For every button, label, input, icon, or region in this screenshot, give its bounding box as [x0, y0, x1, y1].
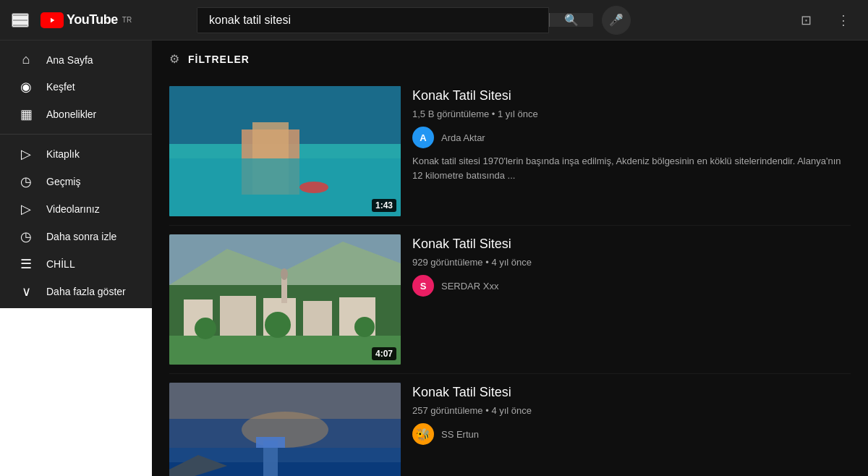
video-item-3[interactable]: 4:26 Konak Tatil Sitesi 257 görüntüleme …	[169, 374, 851, 476]
header-left: YouTubeTR	[12, 12, 185, 28]
sidebar-item-kesfet[interactable]: ◉ Keşfet	[3, 73, 149, 101]
sidebar-item-chill[interactable]: ☰ CHİLL	[3, 250, 149, 278]
svg-point-21	[281, 268, 288, 280]
video-title-1[interactable]: Konak Tatil Sitesi	[412, 88, 851, 104]
video-channel-2[interactable]: S SERDAR Xxx	[412, 275, 851, 297]
watch-later-icon: ◷	[17, 229, 35, 245]
explore-icon: ◉	[17, 79, 35, 95]
search-button[interactable]: 🔍	[549, 13, 593, 27]
thumbnail-image-3	[169, 383, 401, 476]
video-thumbnail-3[interactable]: 4:26	[169, 383, 401, 476]
history-icon: ◷	[17, 174, 35, 190]
channel-initial-3: 🐝	[416, 428, 430, 441]
svg-marker-0	[51, 17, 54, 22]
sidebar-thumbnail	[0, 308, 152, 476]
sidebar-label-more: Daha fazla göster	[46, 286, 126, 297]
youtube-logo-icon	[41, 12, 64, 28]
sidebar-label-chill: CHİLL	[46, 258, 75, 270]
main-layout: ⌂ Ana Sayfa ◉ Keşfet ▦ Abonelikler ▷ Kit…	[0, 41, 868, 476]
sidebar-item-gecmis[interactable]: ◷ Geçmiş	[3, 168, 149, 195]
sidebar-item-kitaplik[interactable]: ▷ Kitaplık	[3, 140, 149, 168]
logo-text: YouTube	[67, 12, 118, 27]
video-time-1: 1 yıl önce	[498, 109, 538, 119]
hamburger-menu-button[interactable]	[12, 13, 29, 27]
search-container: 🔍 🎤	[197, 6, 631, 35]
chevron-down-icon: ∨	[17, 284, 35, 299]
channel-avatar-2: S	[412, 275, 434, 297]
channel-initial-1: A	[420, 132, 426, 143]
video-duration-1: 1:43	[372, 199, 396, 212]
cast-button[interactable]: ⊡	[793, 7, 819, 33]
svg-point-19	[354, 317, 375, 337]
sidebar-item-daha-sonra[interactable]: ◷ Daha sonra izle	[3, 223, 149, 250]
svg-point-17	[195, 318, 216, 339]
video-channel-1[interactable]: A Arda Aktar	[412, 127, 851, 148]
chill-icon: ☰	[17, 256, 35, 272]
video-title-2[interactable]: Konak Tatil Sitesi	[412, 236, 851, 252]
video-list: 1:43 Konak Tatil Sitesi 1,5 B görüntülem…	[169, 77, 851, 476]
header: YouTubeTR 🔍 🎤 ⊡ ⋮	[0, 0, 868, 41]
svg-rect-16	[169, 336, 401, 365]
video-time-2: 4 yıl önce	[491, 257, 532, 268]
play-icon	[46, 14, 58, 26]
video-item-2[interactable]: 4:07 Konak Tatil Sitesi 929 görüntüleme …	[169, 226, 851, 374]
sidebar-item-abonelikler[interactable]: ▦ Abonelikler	[3, 101, 149, 128]
filters-bar: ⚙ FİLTRELER	[169, 52, 851, 66]
header-right: ⊡ ⋮	[793, 7, 856, 33]
video-duration-2: 4:07	[372, 347, 396, 360]
channel-avatar-3: 🐝	[412, 423, 434, 445]
video-thumbnail-1[interactable]: 1:43	[169, 86, 401, 216]
channel-name-3: SS Ertun	[441, 429, 479, 440]
channel-name-1: Arda Aktar	[441, 132, 485, 143]
video-views-2: 929 görüntüleme	[412, 257, 483, 268]
library-icon: ▷	[17, 146, 35, 162]
video-title-3[interactable]: Konak Tatil Sitesi	[412, 384, 851, 401]
video-meta-2: 929 görüntüleme • 4 yıl önce	[412, 257, 851, 268]
svg-rect-6	[169, 158, 401, 216]
video-info-3: Konak Tatil Sitesi 257 görüntüleme • 4 y…	[412, 383, 851, 476]
video-separator-1: •	[492, 109, 498, 119]
videos-icon: ▷	[17, 201, 35, 217]
mic-icon: 🎤	[609, 13, 624, 27]
logo[interactable]: YouTubeTR	[41, 12, 132, 28]
mic-button[interactable]: 🎤	[602, 6, 631, 35]
filters-icon: ⚙	[169, 52, 179, 66]
svg-point-7	[299, 182, 328, 193]
svg-point-18	[265, 312, 291, 338]
video-thumbnail-2[interactable]: 4:07	[169, 234, 401, 365]
svg-rect-14	[303, 301, 332, 336]
channel-name-2: SERDAR Xxx	[441, 281, 498, 292]
sidebar-label-abonelikler: Abonelikler	[46, 109, 96, 120]
search-input-wrap	[197, 7, 549, 33]
video-meta-1: 1,5 B görüntüleme • 1 yıl önce	[412, 109, 851, 119]
channel-avatar-1: A	[412, 127, 434, 148]
search-input[interactable]	[197, 8, 548, 33]
sidebar-label-kesfet: Keşfet	[46, 81, 75, 93]
thumbnail-image-2	[169, 234, 401, 365]
sidebar-label-anasayfa: Ana Sayfa	[46, 54, 93, 66]
content-area: ⚙ FİLTRELER	[152, 41, 868, 476]
search-icon: 🔍	[564, 14, 579, 26]
subscriptions-icon: ▦	[17, 106, 35, 122]
video-description-1: Konak tatil sitesi 1970'lerin başında in…	[412, 154, 851, 182]
cast-icon: ⊡	[801, 12, 812, 28]
video-item-1[interactable]: 1:43 Konak Tatil Sitesi 1,5 B görüntülem…	[169, 77, 851, 226]
video-views-1: 1,5 B görüntüleme	[412, 109, 489, 119]
dots-menu-button[interactable]: ⋮	[830, 7, 856, 33]
sidebar-divider-1	[0, 134, 152, 135]
sidebar-item-videolariniz[interactable]: ▷ Videolarınız	[3, 195, 149, 223]
logo-country: TR	[122, 16, 132, 24]
sidebar: ⌂ Ana Sayfa ◉ Keşfet ▦ Abonelikler ▷ Kit…	[0, 41, 152, 476]
sidebar-label-kitaplik: Kitaplık	[46, 148, 80, 160]
sidebar-item-anasayfa[interactable]: ⌂ Ana Sayfa	[3, 46, 149, 73]
thumbnail-image-1	[169, 86, 401, 216]
sidebar-label-daha-sonra: Daha sonra izle	[46, 231, 116, 242]
sidebar-label-videolariniz: Videolarınız	[46, 203, 100, 215]
dots-icon: ⋮	[837, 12, 850, 28]
home-icon: ⌂	[17, 52, 35, 67]
svg-rect-12	[220, 296, 256, 336]
sidebar-label-gecmis: Geçmiş	[46, 176, 80, 187]
sidebar-item-more[interactable]: ∨ Daha fazla göster	[3, 278, 149, 305]
video-channel-3[interactable]: 🐝 SS Ertun	[412, 423, 851, 445]
channel-initial-2: S	[420, 281, 427, 292]
